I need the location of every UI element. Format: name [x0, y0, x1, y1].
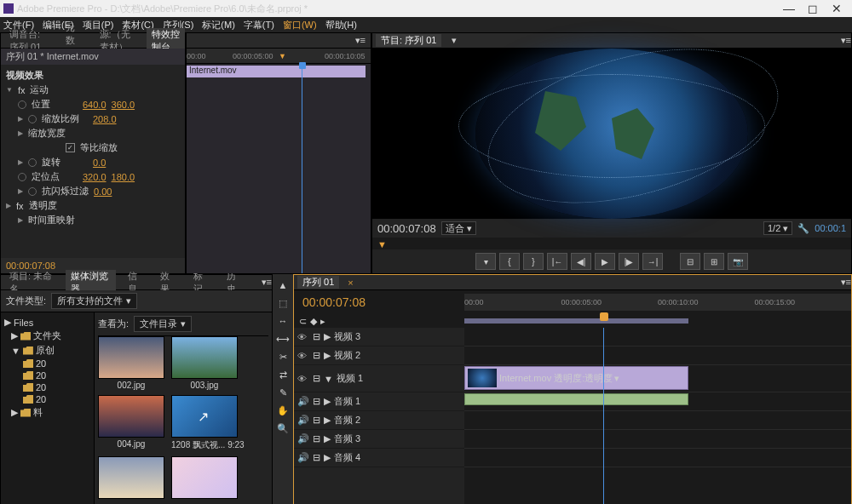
snap-icon[interactable]: ⊂: [299, 316, 307, 327]
eye-icon[interactable]: 👁: [297, 332, 309, 342]
work-area-bar[interactable]: [464, 318, 688, 324]
tree-item[interactable]: 原创: [36, 344, 55, 357]
out-point-button[interactable]: }: [523, 253, 544, 270]
menu-subtitle[interactable]: 字幕(T): [244, 19, 274, 32]
track-label[interactable]: 音频 4: [334, 451, 360, 464]
step-forward-button[interactable]: |▶: [619, 253, 639, 270]
razor-tool[interactable]: ✂: [275, 349, 291, 364]
eye-icon[interactable]: 👁: [297, 351, 309, 361]
media-thumb[interactable]: 002.jpg: [98, 336, 164, 390]
play-button[interactable]: ▶: [595, 253, 615, 270]
motion-label[interactable]: 运动: [30, 83, 76, 96]
in-marker-icon[interactable]: ▼: [377, 239, 387, 249]
resolution-dropdown[interactable]: 1/2▾: [763, 221, 792, 235]
audio-clip[interactable]: [464, 393, 688, 405]
track-label[interactable]: 视频 2: [334, 349, 360, 362]
media-thumb[interactable]: 004.jpg: [98, 395, 164, 451]
track-label[interactable]: 视频 1: [337, 372, 363, 385]
minimize-button[interactable]: —: [777, 2, 801, 15]
slip-tool[interactable]: ⇄: [275, 367, 291, 382]
stopwatch-icon[interactable]: [28, 115, 37, 123]
stopwatch-icon[interactable]: [28, 158, 37, 167]
collapse-icon[interactable]: ⊟: [313, 350, 320, 361]
marker-icon[interactable]: ◆: [310, 316, 317, 327]
menu-window[interactable]: 窗口(W): [283, 19, 317, 32]
opacity-label[interactable]: 透明度: [29, 199, 57, 212]
anchor-x[interactable]: 320.0: [83, 172, 106, 182]
track-label[interactable]: 音频 1: [334, 395, 360, 408]
menu-marker[interactable]: 标记(M): [202, 19, 235, 32]
collapse-icon[interactable]: ⊟: [313, 415, 320, 426]
tree-item[interactable]: 文件夹: [33, 329, 61, 342]
keyframe-playhead[interactable]: [302, 64, 302, 273]
tab-sequence[interactable]: 序列 01: [297, 276, 339, 289]
go-to-in-button[interactable]: |←: [547, 253, 567, 270]
close-button[interactable]: ✕: [825, 2, 849, 15]
uniform-scale-checkbox[interactable]: ✓: [66, 143, 75, 152]
collapse-icon[interactable]: ⊟: [313, 373, 320, 384]
in-point-button[interactable]: {: [499, 253, 520, 270]
filetype-dropdown[interactable]: 所有支持的文件▾: [51, 293, 137, 309]
program-viewport[interactable]: [372, 49, 851, 219]
media-thumb[interactable]: 003.jpg: [171, 336, 238, 390]
position-y[interactable]: 360.0: [112, 100, 135, 110]
stopwatch-icon[interactable]: [18, 100, 26, 109]
export-frame-button[interactable]: 📷: [728, 253, 748, 270]
tree-item[interactable]: 20: [36, 358, 46, 369]
panel-menu-icon[interactable]: ▾≡: [262, 277, 272, 288]
rate-stretch-tool[interactable]: ⟷: [275, 331, 291, 346]
speaker-icon[interactable]: 🔊: [297, 433, 309, 444]
video-clip[interactable]: Internet.mov 透明度:透明度▾: [464, 366, 688, 390]
tree-item[interactable]: Files: [14, 318, 33, 328]
position-x[interactable]: 640.0: [83, 100, 106, 110]
ripple-edit-tool[interactable]: ↔: [275, 313, 291, 329]
tab-program[interactable]: 节目: 序列 01: [376, 34, 441, 47]
timeline-ruler[interactable]: 00:00 00:00:05:00 00:00:10:00 00:00:15:0…: [464, 294, 851, 311]
step-back-button[interactable]: ◀|: [571, 253, 591, 270]
rotation-value[interactable]: 0.0: [93, 158, 106, 168]
hand-tool[interactable]: ✋: [275, 403, 291, 418]
track-label[interactable]: 音频 3: [334, 432, 360, 445]
maximize-button[interactable]: ◻: [801, 2, 825, 15]
media-thumb[interactable]: [171, 456, 238, 499]
tree-item[interactable]: 料: [33, 406, 43, 419]
track-select-tool[interactable]: ⬚: [275, 295, 291, 311]
timeline-playhead[interactable]: [603, 328, 604, 504]
collapse-icon[interactable]: ⊟: [313, 396, 320, 407]
tree-item[interactable]: 20: [36, 370, 46, 381]
eye-icon[interactable]: 👁: [297, 374, 309, 384]
viewas-dropdown[interactable]: 文件目录▾: [134, 316, 192, 332]
zoom-tool[interactable]: 🔍: [275, 421, 291, 436]
tree-item[interactable]: 20: [36, 394, 46, 404]
timeline-timecode[interactable]: 00:00:07:08: [294, 290, 464, 314]
speaker-icon[interactable]: 🔊: [297, 396, 309, 407]
lift-button[interactable]: ⊟: [680, 253, 700, 270]
track-label[interactable]: 音频 2: [334, 414, 360, 427]
settings-icon[interactable]: 🔧: [797, 223, 809, 234]
track-label[interactable]: 视频 3: [334, 330, 360, 343]
stopwatch-icon[interactable]: [18, 173, 26, 181]
speaker-icon[interactable]: 🔊: [297, 415, 309, 426]
go-to-out-button[interactable]: →|: [642, 253, 663, 270]
media-thumb[interactable]: ↗1208 飘式视... 9:23: [171, 395, 245, 451]
fit-dropdown[interactable]: 适合▾: [441, 221, 476, 235]
media-thumb[interactable]: [98, 456, 164, 499]
sync-lock-icon[interactable]: ▸: [320, 316, 325, 327]
collapse-icon[interactable]: ⊟: [313, 433, 320, 444]
flicker-value[interactable]: 0.00: [94, 186, 112, 197]
collapse-icon[interactable]: ⊟: [313, 452, 320, 463]
speaker-icon[interactable]: 🔊: [297, 452, 309, 463]
keyframe-clip[interactable]: Internet.mov: [187, 66, 366, 77]
folder-tree[interactable]: ▶Files ▶文件夹 ▼原创 20 20 20 20 ▶料: [1, 312, 95, 504]
collapse-icon[interactable]: ⊟: [313, 331, 320, 342]
pen-tool[interactable]: ✎: [275, 385, 291, 400]
stopwatch-icon[interactable]: [28, 187, 37, 196]
time-remap-label[interactable]: 时间重映射: [28, 214, 75, 226]
keyframe-ruler[interactable]: 00:00 00:00:05:00 ▼ 00:00:10:05: [187, 49, 371, 64]
program-timecode[interactable]: 00:00:07:08: [377, 222, 436, 235]
marker-button[interactable]: ▾: [475, 253, 496, 270]
anchor-y[interactable]: 180.0: [112, 172, 135, 182]
extract-button[interactable]: ⊞: [704, 253, 724, 270]
panel-menu-icon[interactable]: ▾≡: [841, 277, 851, 288]
panel-menu-icon[interactable]: ▾≡: [355, 35, 366, 46]
